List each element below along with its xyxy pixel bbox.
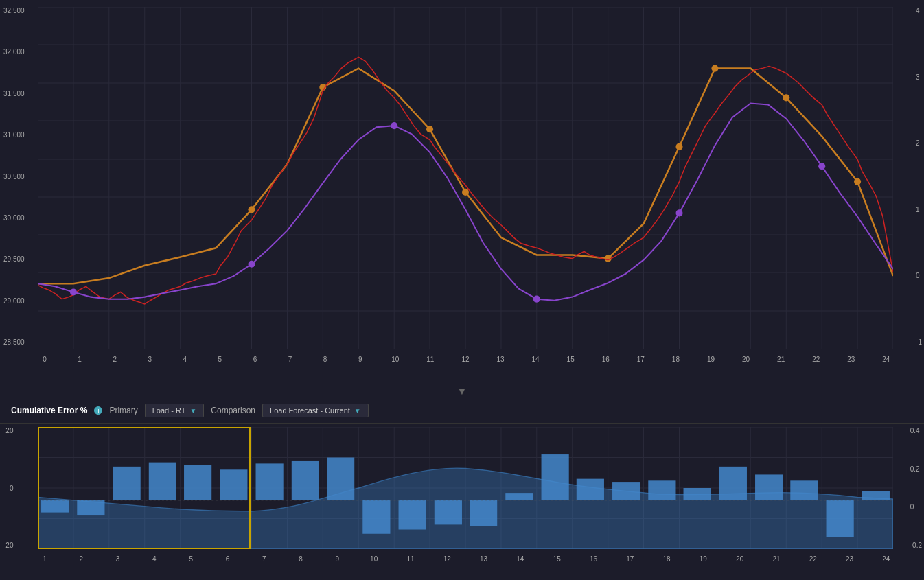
- svg-rect-80: [41, 500, 69, 513]
- svg-rect-96: [612, 482, 640, 500]
- svg-rect-90: [399, 500, 426, 530]
- svg-rect-92: [470, 500, 497, 526]
- top-x-axis: 0 1 2 3 4 5 6 7 8 9 10 11 12 13 14 15 16…: [38, 356, 893, 363]
- comparison-dropdown-arrow: ▼: [354, 407, 361, 415]
- svg-rect-95: [577, 479, 604, 500]
- svg-rect-93: [505, 493, 533, 500]
- svg-point-41: [711, 65, 718, 72]
- bottom-y-axis-left: -20 0 20: [3, 427, 16, 549]
- svg-rect-98: [684, 488, 711, 500]
- top-chart-inner: 28,500 29,000 29,500 30,000 30,500 31,00…: [38, 7, 893, 363]
- svg-point-44: [70, 288, 77, 295]
- svg-rect-82: [113, 467, 141, 500]
- primary-dropdown[interactable]: Load - RT ▼: [145, 404, 205, 417]
- svg-rect-100: [755, 474, 783, 500]
- svg-rect-87: [292, 461, 319, 500]
- svg-rect-89: [362, 500, 390, 534]
- svg-point-38: [462, 189, 469, 196]
- comparison-dropdown[interactable]: Load Forecast - Current ▼: [262, 404, 369, 417]
- bottom-chart-inner: -20 0 20 -0.2 0 0.2 0.4: [38, 427, 893, 563]
- controls-bar: Cumulative Error % i Primary Load - RT ▼…: [0, 398, 924, 424]
- svg-point-43: [854, 178, 861, 185]
- svg-rect-91: [435, 500, 462, 525]
- bottom-x-axis: 1 2 3 4 5 6 7 8 9 10 11 12 13 14 15 16 1: [38, 555, 893, 563]
- comparison-label: Comparison: [211, 406, 255, 415]
- svg-point-48: [675, 209, 682, 216]
- top-y-axis-left: 28,500 29,000 29,500 30,000 30,500 31,00…: [3, 7, 27, 346]
- svg-rect-99: [719, 467, 747, 500]
- svg-rect-103: [862, 491, 890, 500]
- svg-rect-88: [327, 458, 354, 500]
- svg-rect-85: [220, 469, 247, 500]
- primary-dropdown-arrow: ▼: [189, 407, 196, 415]
- top-chart: 28,500 29,000 29,500 30,000 30,500 31,00…: [0, 0, 924, 384]
- svg-rect-86: [256, 463, 284, 500]
- bottom-chart: -20 0 20 -0.2 0 0.2 0.4: [0, 424, 924, 580]
- svg-rect-102: [827, 500, 854, 537]
- cumulative-error-label: Cumulative Error %: [11, 406, 87, 415]
- top-chart-svg: [38, 7, 893, 349]
- primary-label: Primary: [109, 406, 137, 415]
- svg-rect-101: [790, 480, 818, 500]
- bottom-y-axis-right: -0.2 0 0.2 0.4: [908, 427, 922, 549]
- svg-rect-81: [77, 500, 104, 515]
- bottom-section: Cumulative Error % i Primary Load - RT ▼…: [0, 398, 924, 580]
- svg-point-47: [533, 296, 540, 303]
- bottom-chart-svg: [38, 427, 893, 549]
- svg-point-42: [783, 94, 789, 101]
- svg-rect-97: [648, 480, 675, 500]
- top-y-axis-right: -1 0 1 2 3 4: [913, 7, 922, 346]
- chart-separator: ▼: [0, 384, 924, 398]
- svg-point-40: [675, 143, 682, 150]
- separator-arrow: ▼: [457, 386, 467, 397]
- svg-point-35: [248, 206, 255, 213]
- svg-rect-84: [184, 465, 211, 500]
- svg-rect-83: [149, 463, 176, 500]
- svg-point-45: [248, 261, 255, 268]
- svg-rect-94: [542, 454, 569, 500]
- svg-point-49: [818, 163, 825, 170]
- svg-point-37: [426, 126, 433, 132]
- main-container: 28,500 29,000 29,500 30,000 30,500 31,00…: [0, 0, 924, 580]
- info-icon[interactable]: i: [94, 406, 102, 415]
- svg-point-46: [391, 122, 397, 129]
